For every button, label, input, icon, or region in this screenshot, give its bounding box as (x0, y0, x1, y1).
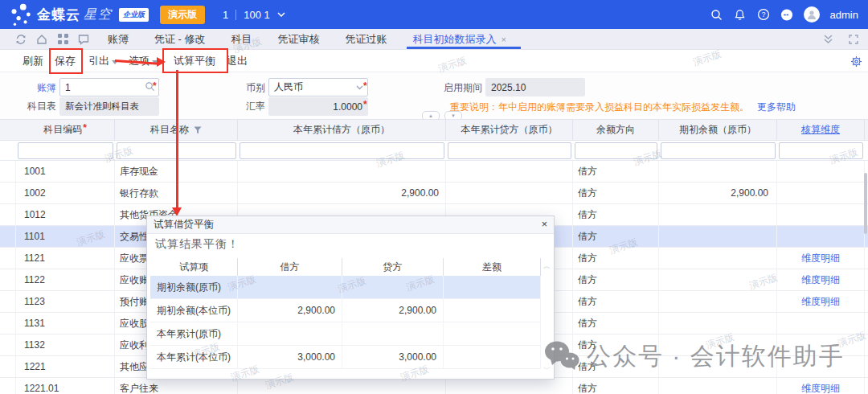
export-button[interactable]: 引出 (88, 50, 118, 72)
org-switcher[interactable]: 1 100 1 (223, 9, 285, 21)
cell-dim: 维度明细 (777, 291, 865, 312)
cell-opening (659, 226, 777, 247)
search-icon[interactable] (710, 8, 723, 21)
scroll-up-icon[interactable]: ︿ (543, 261, 551, 272)
dimension-detail-link[interactable]: 维度明细 (801, 252, 840, 265)
dialog-cell-item: 期初余额(原币) (150, 276, 238, 298)
table-row[interactable]: 1002银行存款2,900.00借方2,900.00 (0, 183, 868, 204)
apps-grid-icon[interactable] (56, 33, 69, 46)
column-filter-input[interactable] (240, 142, 444, 159)
help-icon[interactable]: ? (757, 8, 770, 21)
chart-of-accounts-field: 新会计准则科目表 (59, 97, 159, 116)
user-avatar[interactable] (804, 6, 820, 23)
tab-3[interactable]: 凭证审核 (278, 29, 320, 49)
notification-bell-icon[interactable] (734, 8, 747, 21)
column-filter-input[interactable] (18, 142, 113, 159)
table-row[interactable]: 1221.01客户往来借方维度明细 (0, 378, 868, 394)
row-gutter (0, 356, 16, 377)
header-gutter (0, 120, 16, 140)
dialog-table-row[interactable]: 本年累计(原币) (150, 322, 541, 346)
brand-sub-name: 星空 (84, 6, 113, 23)
cell-dir: 借方 (573, 204, 659, 225)
cell-opening (659, 248, 777, 269)
exit-button[interactable]: 退出 (227, 50, 248, 72)
tab-4[interactable]: 凭证过账 (346, 29, 387, 49)
home-icon[interactable] (35, 33, 48, 46)
message-icon[interactable] (77, 33, 90, 46)
tab-5[interactable]: 科目初始数据录入× (413, 29, 506, 49)
dialog-cell-debit (238, 322, 342, 345)
filter-cell (777, 141, 865, 160)
cell-dir: 借方 (573, 356, 659, 377)
filter-funnel-icon[interactable] (194, 126, 202, 134)
currency-select[interactable]: 人民币 (268, 78, 368, 96)
table-header-row: 科目编码*科目名称本年累计借方（原币）本年累计贷方（原币）余额方向期初余额（原币… (0, 119, 868, 141)
column-filter-input[interactable] (117, 142, 236, 159)
column-filter-input[interactable] (779, 142, 863, 159)
table-row[interactable]: 1001库存现金借方 (0, 161, 868, 183)
dialog-table-row[interactable]: 期初余额(原币) (150, 276, 541, 299)
chevron-down-icon (112, 60, 118, 64)
dialog-cell-credit: 2,900.00 (342, 299, 444, 322)
column-filter-input[interactable] (661, 142, 776, 159)
dialog-table-row[interactable]: 本年累计(本位币)3,000.003,000.00 (150, 346, 541, 369)
required-asterisk: * (363, 80, 367, 92)
column-filter-input[interactable] (448, 142, 571, 159)
column-header-name: 科目名称 (115, 120, 238, 140)
book-input[interactable]: 1 (59, 78, 159, 96)
cell-code: 1002 (16, 183, 115, 203)
important-notice: 重要说明：年中启用的账簿需要录入损益科目的本年实际损益发生额。更多帮助 (450, 101, 796, 114)
collapse-circle-icon[interactable] (780, 8, 793, 21)
dimension-detail-link[interactable]: 维度明细 (801, 273, 840, 287)
rate-label: 汇率 (209, 100, 265, 113)
cell-dir: 借方 (573, 291, 659, 312)
filter-cell (16, 141, 115, 160)
row-gutter (0, 248, 16, 269)
row-gutter (0, 334, 16, 355)
scroll-down-icon[interactable]: ﹀ (543, 364, 551, 375)
row-gutter (0, 269, 16, 290)
cell-dir: 借方 (573, 183, 659, 203)
column-header-dir: 余额方向 (573, 120, 659, 140)
trial-result-text: 试算结果平衡！ (155, 237, 240, 252)
tab-2[interactable]: 科目 (231, 29, 252, 49)
save-button[interactable]: 保存 (55, 50, 76, 72)
column-header-code: 科目编码* (16, 120, 115, 140)
fullscreen-icon[interactable] (847, 33, 860, 46)
cell-dim (777, 313, 865, 334)
dialog-column-header-credit: 贷方 (342, 258, 444, 276)
column-filter-input[interactable] (575, 142, 657, 159)
refresh-sync-icon[interactable] (14, 33, 27, 46)
cell-code: 1132 (16, 334, 115, 355)
dialog-cell-credit: 3,000.00 (342, 346, 444, 368)
dialog-table-row[interactable]: 期初余额(本位币)2,900.002,900.00 (150, 299, 541, 322)
settings-gear-icon[interactable] (850, 50, 862, 72)
dialog-cell-diff (444, 346, 541, 368)
dimension-detail-link[interactable]: 维度明细 (801, 382, 840, 394)
filter-panel: 账簿 1 * 科目表 新会计准则科目表 币别 人民币 * 汇率 1.0000 *… (0, 72, 868, 119)
dialog-cell-credit (342, 322, 444, 345)
tab-1[interactable]: 凭证 - 修改 (154, 29, 206, 49)
options-button[interactable]: 选项 (129, 50, 158, 72)
row-gutter (0, 204, 16, 225)
dimension-detail-link[interactable]: 维度明细 (801, 295, 840, 309)
username-label[interactable]: admin (830, 9, 858, 21)
close-icon[interactable]: × (542, 220, 547, 230)
tab-0[interactable]: 账簿 (108, 29, 129, 49)
cell-code: 1121 (16, 248, 115, 269)
required-asterisk: * (83, 122, 87, 133)
double-chevron-down-icon[interactable] (821, 33, 834, 46)
column-header-dim[interactable]: 核算维度 (777, 120, 865, 140)
more-help-link[interactable]: 更多帮助 (757, 101, 796, 113)
refresh-button[interactable]: 刷新 (23, 50, 43, 72)
trial-balance-button[interactable]: 试算平衡 (174, 50, 215, 72)
cell-dim (777, 334, 865, 355)
dialog-title-bar[interactable]: 试算借贷平衡 × (147, 216, 554, 234)
cell-opening (659, 161, 777, 182)
cell-opening (659, 378, 777, 394)
tab-close-icon[interactable]: × (502, 35, 506, 44)
org-separator (235, 10, 236, 20)
demo-version-badge: 演示版 (160, 6, 205, 24)
vertical-scrollbar-thumb[interactable] (864, 173, 867, 234)
cell-debit: 2,900.00 (238, 183, 446, 203)
